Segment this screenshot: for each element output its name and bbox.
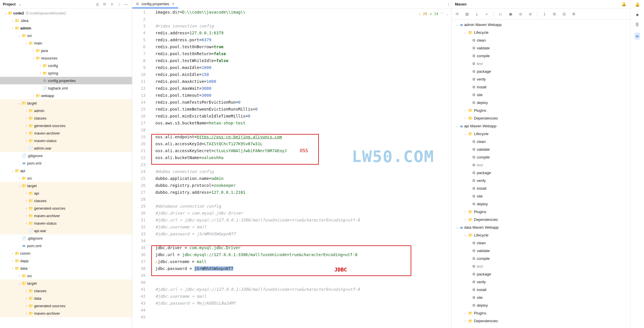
tree-item-data[interactable]: ›📁data bbox=[0, 295, 132, 302]
add-icon[interactable]: ＋ bbox=[484, 11, 489, 17]
maven-goal-deploy[interactable]: ⚙ deploy bbox=[451, 99, 630, 107]
tree-item-generated-sources[interactable]: ›📁generated-sources bbox=[0, 122, 132, 129]
maven-goal-test[interactable]: ⚙ test bbox=[451, 262, 630, 270]
minimize-icon[interactable]: — bbox=[123, 1, 129, 7]
maven-goal-install[interactable]: ⚙ install bbox=[451, 83, 630, 91]
code-line[interactable]: redis.pool.minEvictableIdleTimeMillis=0 bbox=[155, 113, 451, 120]
tree-item--idea[interactable]: ⌄📁.idea bbox=[0, 17, 132, 24]
code-line[interactable]: #jdbc.username = mall bbox=[155, 293, 451, 300]
more-icon[interactable]: ⋮ bbox=[445, 1, 451, 7]
code-line[interactable]: redis.pool.numTestsPerEvictionRun=0 bbox=[155, 99, 451, 106]
maven-lifecycle[interactable]: ⌄📁 Lifecycle bbox=[451, 130, 630, 138]
code-line[interactable]: oss.aws.s3.bucketName=hetao-shop-test bbox=[155, 120, 451, 126]
tree-item-classes[interactable]: ›📁classes bbox=[0, 114, 132, 122]
code-line[interactable]: jdbc.password = jSrWRhXSWGepnNf7 bbox=[155, 265, 451, 272]
bell-icon[interactable]: 🔔 bbox=[621, 1, 627, 7]
code-line[interactable]: oss.ali.endpoint=https://oss-cn-beijing.… bbox=[155, 133, 451, 140]
tree-item-api[interactable]: ⌄📁api bbox=[0, 167, 132, 174]
maven-module[interactable]: ⌄m data Maven Webapp bbox=[451, 223, 630, 231]
code-line[interactable] bbox=[155, 126, 451, 133]
code-line[interactable] bbox=[155, 314, 451, 320]
skip-tests-icon[interactable]: ⊘ bbox=[527, 11, 533, 17]
code-line[interactable]: jdbc.driver = com.mysql.jdbc.Driver bbox=[155, 244, 451, 251]
database-icon[interactable]: 🗄 bbox=[635, 23, 639, 27]
code-line[interactable] bbox=[155, 237, 451, 244]
code-line[interactable]: ⚠jdbc.username = mall bbox=[155, 258, 451, 265]
maven-lifecycle[interactable]: ⌄📁 Lifecycle bbox=[451, 29, 630, 36]
generate-icon[interactable]: ▧ bbox=[464, 11, 470, 17]
code-line[interactable]: redis.address.port=6379 bbox=[155, 36, 451, 43]
code-line[interactable]: redis.pool.testOnBorrow=true bbox=[155, 43, 451, 50]
code-line[interactable]: redis.pool.maxWait=3000 bbox=[155, 85, 451, 92]
tree-item-api[interactable]: ›📁api bbox=[0, 189, 132, 197]
code-line[interactable]: jdbc.url = jdbc:mysql://127.0.0.1:3306/m… bbox=[155, 251, 451, 258]
code-line[interactable] bbox=[155, 279, 451, 286]
nav-down-icon[interactable]: ⌄ bbox=[446, 10, 448, 17]
tree-item-logback-xml[interactable]: 📄logback.xml bbox=[0, 84, 132, 92]
tree-item-java[interactable]: ›📁java bbox=[0, 47, 132, 54]
dependency-icon[interactable]: ⧉ bbox=[551, 11, 557, 17]
maven-tree[interactable]: ⌄m admin Maven Webapp⌄📁 Lifecycle⚙ clean… bbox=[451, 20, 630, 328]
tree-item-classes[interactable]: ›📁classes bbox=[0, 197, 132, 204]
code-line[interactable]: images.dir=D:\\code\\javacode\\imag\\ bbox=[155, 9, 451, 16]
maven-goal-verify[interactable]: ⚙ verify bbox=[451, 177, 630, 184]
tree-item-dapp[interactable]: ›📁dapp bbox=[0, 257, 132, 264]
maven-goal-install[interactable]: ⚙ install bbox=[451, 184, 630, 192]
code-line[interactable]: redis.pool.timeout=3000 bbox=[155, 92, 451, 99]
tree-item-target[interactable]: ⌄📁target bbox=[0, 279, 132, 287]
maven-goal-package[interactable]: ⚙ package bbox=[451, 270, 630, 278]
bell-icon[interactable]: 🔔 bbox=[635, 2, 640, 7]
refresh-icon[interactable]: ⟳ bbox=[102, 1, 107, 7]
maven-goal-clean[interactable]: ⚙ clean bbox=[451, 239, 630, 247]
code-line[interactable]: #rides connection config bbox=[155, 23, 451, 29]
tree-item-pom-xml[interactable]: mpom.xml bbox=[0, 242, 132, 249]
code-line[interactable]: redis.pool.maxActive=1000 bbox=[155, 78, 451, 85]
tree-item-maven-status[interactable]: ›📁maven-status bbox=[0, 137, 132, 144]
maven-goal-site[interactable]: ⚙ site bbox=[451, 91, 630, 99]
maven-goal-verify[interactable]: ⚙ verify bbox=[451, 278, 630, 286]
tree-item-src[interactable]: ›📁src bbox=[0, 272, 132, 279]
skip-icon[interactable]: ⊘ bbox=[518, 11, 523, 17]
code-line[interactable] bbox=[155, 307, 451, 314]
code-line[interactable]: #jdbc.password = MejjK6DDiLBa24Mf bbox=[155, 300, 451, 307]
maven-goal-validate[interactable]: ⚙ validate bbox=[451, 247, 630, 255]
offline-icon[interactable]: ⤓ bbox=[541, 11, 547, 17]
maven-goal-deploy[interactable]: ⚙ deploy bbox=[451, 200, 630, 208]
tree-item-admin-war[interactable]: 📄admin.war bbox=[0, 144, 132, 152]
tree-item--gitignore[interactable]: 📄.gitignore bbox=[0, 234, 132, 242]
maven-goal-site[interactable]: ⚙ site bbox=[451, 192, 630, 200]
project-tree[interactable]: ⌄📁code2D:\code\javacode\code2⌄📁.idea⌄📁ad… bbox=[0, 9, 132, 328]
tree-item-generated-sources[interactable]: ›📁generated-sources bbox=[0, 302, 132, 310]
code-line[interactable]: #jdbc.url = jdbc:mysql://127.0.0.1:3306/… bbox=[155, 286, 451, 293]
reload-icon[interactable]: ⟳ bbox=[454, 11, 460, 17]
code-line[interactable]: redis.pool.testOnReturn=false bbox=[155, 50, 451, 57]
tree-item-config[interactable]: ›📁config bbox=[0, 62, 132, 69]
maven-goal-package[interactable]: ⚙ package bbox=[451, 68, 630, 75]
download-icon[interactable]: ⭳ bbox=[474, 11, 480, 17]
tree-item-generated-sources[interactable]: ›📁generated-sources bbox=[0, 204, 132, 212]
maven-goal-validate[interactable]: ⚙ validate bbox=[451, 44, 630, 52]
maven-goal-validate[interactable]: ⚙ validate bbox=[451, 146, 630, 153]
maven-goal-compile[interactable]: ⚙ compile bbox=[451, 153, 630, 161]
more-icon[interactable]: ⋮ bbox=[116, 1, 122, 7]
check-badge[interactable]: ✔ 14 bbox=[430, 10, 438, 17]
code-line[interactable] bbox=[155, 196, 451, 203]
maven-goal-package[interactable]: ⚙ package bbox=[451, 169, 630, 177]
code-line[interactable]: redis.pool.maxIdle=1000 bbox=[155, 64, 451, 71]
tree-item-classes[interactable]: ›📁classes bbox=[0, 287, 132, 295]
exec-icon[interactable]: ▣ bbox=[508, 11, 513, 17]
tree-item-admin[interactable]: ›📁admin bbox=[0, 107, 132, 114]
code-line[interactable]: redis.pool.testWhileIdle=false bbox=[155, 57, 451, 64]
code-line[interactable]: dubbo.application.name=admin bbox=[155, 175, 451, 182]
tree-item-maven-archiver[interactable]: ›📁maven-archiver bbox=[0, 212, 132, 219]
maven-goal-test[interactable]: ⚙ test bbox=[451, 60, 630, 68]
tree-item--gitignore[interactable]: 📄.gitignore bbox=[0, 152, 132, 159]
tree-item-pom-xml[interactable]: mpom.xml bbox=[0, 159, 132, 167]
code-line[interactable]: redis.address=127.0.0.1:6379 bbox=[155, 29, 451, 36]
code-line[interactable]: #jdbc.driver = com.mysql.jdbc.Driver bbox=[155, 210, 451, 217]
maven-goal-test[interactable]: ⚙ test bbox=[451, 161, 630, 169]
maven-icon[interactable]: m bbox=[634, 33, 640, 40]
code-line[interactable]: #jdbc.username = mall bbox=[155, 223, 451, 230]
tree-item-data[interactable]: ⌄📁data bbox=[0, 264, 132, 272]
maven-plugins[interactable]: ›📁 Plugins bbox=[451, 309, 630, 317]
